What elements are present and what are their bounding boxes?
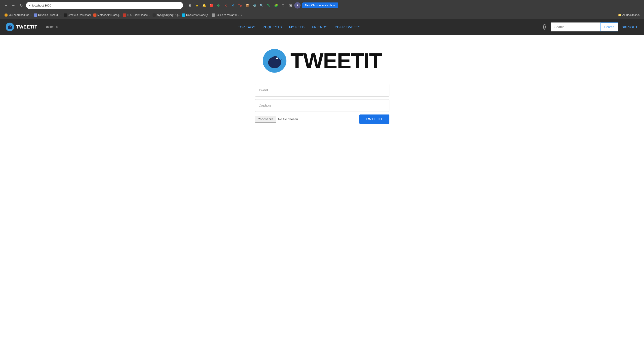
search-container: Search [551, 23, 618, 32]
signout-button[interactable]: SIGNOUT [621, 23, 638, 31]
bookmark-star-icon[interactable]: ★ [194, 2, 200, 9]
nav-right: Search SIGNOUT [540, 23, 638, 32]
main-content: TWEETIT Choose file No file chosen TWEET… [0, 35, 644, 133]
bookmark-item-6[interactable]: mysqljs/mysql: A p... [151, 13, 180, 17]
bookmark-item-1[interactable]: You searched for S... [3, 13, 32, 17]
caption-input[interactable] [255, 99, 390, 112]
extension-icon-4[interactable]: K [222, 2, 229, 9]
bookmark-item-7[interactable]: Docker for Node.js... [180, 13, 210, 17]
bookmark-label-4: Meteor API Docs |... [97, 14, 121, 17]
extension-icon-6[interactable]: Tp [237, 2, 243, 9]
bookmark-item-2[interactable]: Develop Discord B... [32, 13, 62, 17]
extension-icon-10[interactable]: W [266, 2, 272, 9]
tweetit-submit-button[interactable]: TWEETIT [359, 115, 389, 124]
extension-icon-2[interactable]: 🔴 [208, 2, 214, 9]
extension-icon-shield[interactable]: 🛡 [280, 2, 286, 9]
all-bookmarks-button[interactable]: 📁 All Bookmarks [616, 13, 641, 17]
tweet-input[interactable] [255, 84, 390, 97]
choose-file-button[interactable]: Choose file [255, 116, 276, 123]
bookmark-favicon-3 [64, 14, 67, 17]
app-logo-text: TWEETIT [16, 25, 38, 30]
bookmark-item-4[interactable]: Meteor API Docs |... [92, 13, 121, 17]
hero-logo-svg [262, 49, 287, 73]
app-logo-svg [6, 23, 14, 32]
nav-links: TOP TAGS REQUESTS MY FEED FRIENDS YOUR T… [65, 25, 533, 29]
app-navbar: TWEETIT Online : 0 TOP TAGS REQUESTS MY … [0, 19, 644, 35]
bookmark-favicon-6 [152, 14, 156, 17]
extension-icon-monitor[interactable]: ▣ [287, 2, 294, 9]
back-button[interactable]: ← [3, 2, 9, 9]
app-logo[interactable]: TWEETIT [6, 23, 38, 32]
choose-file-label: Choose file [258, 117, 274, 121]
nav-link-friends[interactable]: FRIENDS [312, 25, 328, 29]
toolbar-icons: ⊞ ★ 🔔 🔴 G K M Tp 📦 🐳 🔍 W 🧩 🛡 ▣ P New Chr… [187, 2, 338, 9]
file-input-wrapper: Choose file No file chosen [255, 116, 298, 123]
bookmark-favicon-1 [4, 14, 8, 17]
svg-point-6 [276, 58, 278, 59]
url-text: localhost:3000 [32, 4, 180, 7]
search-input[interactable] [551, 23, 600, 32]
svg-point-2 [10, 26, 11, 27]
bookmark-favicon-8 [212, 14, 215, 17]
security-icon: ● [29, 4, 30, 7]
nav-link-your-tweets[interactable]: YOUR TWEETS [335, 25, 360, 29]
bookmark-item-5[interactable]: LPU - Joint Place... [121, 13, 150, 17]
bookmark-label-1: You searched for S... [8, 14, 32, 17]
tweet-form: Choose file No file chosen TWEETIT [255, 84, 390, 124]
bookmark-label-3: Create a Resumabl... [68, 14, 91, 17]
browser-toolbar: ← → ↻ ● localhost:3000 ⊞ ★ 🔔 🔴 G K M Tp … [0, 0, 644, 11]
browser-chrome: ← → ↻ ● localhost:3000 ⊞ ★ 🔔 🔴 G K M Tp … [0, 0, 644, 19]
hero-section: TWEETIT [262, 49, 382, 73]
profile-avatar[interactable]: P [294, 2, 300, 9]
bookmarks-bar: You searched for S... Develop Discord B.… [0, 11, 644, 19]
extension-icon-9[interactable]: 🔍 [258, 2, 265, 9]
reload-button[interactable]: ↻ [18, 2, 24, 9]
nav-link-requests[interactable]: REQUESTS [262, 25, 282, 29]
bookmarks-more-button[interactable]: » [240, 13, 244, 17]
forward-button[interactable]: → [10, 2, 16, 9]
bookmark-label-6: mysqljs/mysql: A p... [156, 14, 180, 17]
form-bottom-row: Choose file No file chosen TWEETIT [255, 115, 390, 124]
extension-icon-8[interactable]: 🐳 [251, 2, 258, 9]
no-file-text: No file chosen [278, 117, 298, 121]
settings-icon [541, 24, 548, 30]
bookmark-favicon-4 [93, 14, 96, 17]
nav-buttons: ← → ↻ [3, 2, 24, 9]
bookmark-favicon-5 [123, 14, 126, 17]
bookmark-label-5: LPU - Joint Place... [127, 14, 150, 17]
search-button[interactable]: Search [600, 23, 618, 32]
online-status: Online : 0 [45, 25, 58, 29]
bookmark-item-8[interactable]: Failed to restart m... [210, 13, 239, 17]
bookmark-item-3[interactable]: Create a Resumabl... [62, 13, 91, 17]
bookmark-label-7: Docker for Node.js... [186, 14, 210, 17]
hero-title: TWEETIT [290, 49, 382, 73]
bookmark-favicon-2 [34, 14, 37, 17]
extension-icon-7[interactable]: 📦 [244, 2, 250, 9]
all-bookmarks-label: All Bookmarks [622, 14, 640, 17]
extension-icon-5[interactable]: M [230, 2, 236, 9]
extension-icon-3[interactable]: G [215, 2, 222, 9]
extension-icon-1[interactable]: 🔔 [201, 2, 207, 9]
address-bar[interactable]: ● localhost:3000 [26, 2, 183, 9]
cast-icon[interactable]: ⊞ [187, 2, 193, 9]
nav-link-top-tags[interactable]: TOP TAGS [238, 25, 255, 29]
bookmark-label-8: Failed to restart m... [216, 14, 239, 17]
extension-icon-puzzle[interactable]: 🧩 [273, 2, 279, 9]
new-chrome-button[interactable]: New Chrome available → [302, 3, 338, 8]
bookmark-label-2: Develop Discord B... [38, 14, 62, 17]
bookmark-favicon-7 [182, 14, 185, 17]
nav-link-my-feed[interactable]: MY FEED [289, 25, 305, 29]
all-bookmarks-icon: 📁 [618, 14, 621, 17]
svg-point-3 [544, 26, 545, 28]
settings-icon-button[interactable] [540, 23, 548, 31]
